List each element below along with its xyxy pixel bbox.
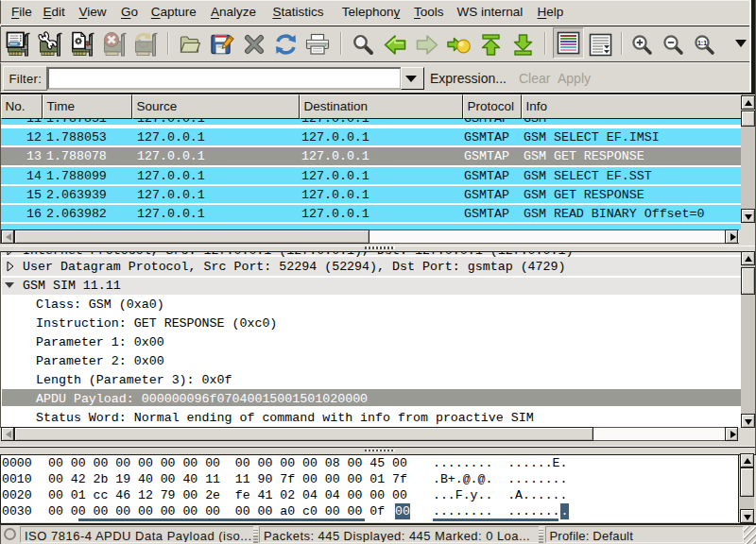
svg-text:1:1: 1:1 (697, 39, 707, 45)
